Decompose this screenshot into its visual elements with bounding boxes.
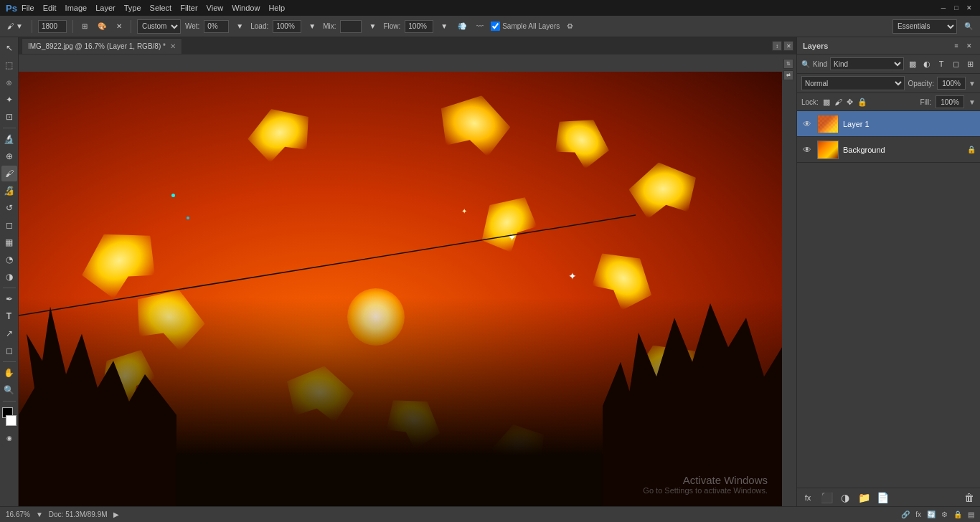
color-swatches[interactable] bbox=[1, 407, 17, 426]
dodge-tool[interactable]: ◑ bbox=[1, 269, 17, 285]
sample-all-checkbox[interactable] bbox=[491, 22, 500, 31]
layer-item-layer1[interactable]: 👁 Layer 1 bbox=[797, 111, 980, 137]
collapse-button[interactable]: ↕ bbox=[772, 41, 782, 51]
background-visibility-btn[interactable]: 👁 bbox=[801, 145, 813, 155]
kind-dropdown[interactable]: Kind bbox=[830, 57, 904, 70]
maximize-button[interactable]: □ bbox=[951, 3, 961, 13]
delete-layer-button[interactable]: 🗑 bbox=[963, 492, 976, 503]
pen-tool[interactable]: ✒ bbox=[1, 291, 17, 307]
brush-size-input[interactable] bbox=[38, 20, 67, 33]
add-mask-button[interactable]: ⬛ bbox=[820, 492, 833, 503]
pixel-filter-btn[interactable]: ▩ bbox=[907, 58, 918, 70]
brush-cancel-btn[interactable]: ✕ bbox=[113, 21, 125, 32]
blend-mode-select[interactable]: Normal bbox=[801, 76, 905, 90]
background-lock-icon: 🔒 bbox=[967, 146, 976, 153]
hand-tool[interactable]: ✋ bbox=[1, 365, 17, 381]
wet-input[interactable] bbox=[204, 20, 229, 33]
tab-close-button[interactable]: ✕ bbox=[170, 42, 176, 50]
menu-edit[interactable]: Edit bbox=[43, 4, 57, 12]
close-panel-button[interactable]: ✕ bbox=[783, 41, 793, 51]
gradient-tool[interactable]: ▦ bbox=[1, 234, 17, 250]
layer1-visibility-btn[interactable]: 👁 bbox=[801, 119, 813, 129]
quick-select-tool[interactable]: ✦ bbox=[1, 92, 17, 108]
flow-dropdown[interactable]: ▼ bbox=[438, 21, 451, 32]
quick-mask-btn[interactable]: ◉ bbox=[1, 430, 17, 446]
tool-preset-picker[interactable]: 🖌 ▼ bbox=[4, 21, 26, 32]
type-tool[interactable]: T bbox=[1, 308, 17, 324]
blur-tool[interactable]: ◔ bbox=[1, 252, 17, 267]
zoom-tool[interactable]: 🔍 bbox=[1, 382, 17, 398]
arrange-btn1[interactable]: ⇅ bbox=[783, 59, 793, 69]
status-icon2[interactable]: fx bbox=[915, 511, 921, 518]
status-arrow[interactable]: ▶ bbox=[113, 511, 119, 518]
type-filter-btn[interactable]: T bbox=[936, 58, 947, 70]
layers-close-btn[interactable]: ✕ bbox=[964, 41, 974, 51]
menu-help[interactable]: Help bbox=[268, 4, 285, 12]
brush-options-btn[interactable]: ⊞ bbox=[79, 21, 90, 32]
new-layer-button[interactable]: 📄 bbox=[876, 492, 889, 503]
lock-all-btn[interactable]: 🔒 bbox=[857, 98, 867, 107]
move-tool[interactable]: ↖ bbox=[1, 40, 17, 56]
zoom-dropdown[interactable]: ▼ bbox=[36, 511, 43, 518]
brush-tool[interactable]: 🖌 bbox=[1, 166, 17, 181]
airbrush-btn[interactable]: 💨 bbox=[455, 21, 469, 32]
mix-input[interactable] bbox=[340, 20, 362, 33]
crop-tool[interactable]: ⊡ bbox=[1, 109, 17, 125]
background-color[interactable] bbox=[6, 415, 17, 426]
status-icon1[interactable]: 🔗 bbox=[901, 511, 910, 518]
menu-type[interactable]: Type bbox=[124, 4, 141, 12]
menu-window[interactable]: Window bbox=[232, 4, 260, 12]
lasso-tool[interactable]: ⌾ bbox=[1, 75, 17, 90]
status-icon6[interactable]: ▤ bbox=[968, 511, 974, 518]
lock-transparent-btn[interactable]: ▩ bbox=[823, 98, 830, 107]
brush-mode-btn[interactable]: 🎨 bbox=[95, 21, 109, 32]
shape-filter-btn[interactable]: ◻ bbox=[950, 58, 961, 70]
menu-filter[interactable]: Filter bbox=[180, 4, 197, 12]
smart-filter-btn[interactable]: ⊞ bbox=[964, 58, 976, 70]
opacity-input[interactable] bbox=[937, 77, 966, 90]
workspace-select[interactable]: Essentials bbox=[892, 19, 957, 34]
menu-image[interactable]: Image bbox=[65, 4, 88, 12]
close-button[interactable]: ✕ bbox=[964, 3, 974, 13]
lock-position-btn[interactable]: ✥ bbox=[847, 98, 853, 107]
layers-collapse-btn[interactable]: ≡ bbox=[951, 41, 961, 51]
status-icon3[interactable]: 🔄 bbox=[927, 511, 936, 518]
arrange-btn2[interactable]: ⇄ bbox=[783, 70, 793, 80]
marquee-tool[interactable]: ⬚ bbox=[1, 57, 17, 73]
eyedropper-tool[interactable]: 🔬 bbox=[1, 131, 17, 147]
path-select-tool[interactable]: ↗ bbox=[1, 326, 17, 341]
wet-dropdown[interactable]: ▼ bbox=[233, 21, 246, 32]
healing-tool[interactable]: ⊕ bbox=[1, 148, 17, 164]
status-icon4[interactable]: ⚙ bbox=[941, 511, 948, 518]
sample-all-label[interactable]: Sample All Layers bbox=[491, 22, 560, 31]
history-brush-tool[interactable]: ↺ bbox=[1, 200, 17, 216]
menu-layer[interactable]: Layer bbox=[95, 4, 116, 12]
load-input[interactable] bbox=[273, 20, 301, 33]
fx-button[interactable]: fx bbox=[801, 493, 814, 502]
fill-dropdown[interactable]: ▼ bbox=[969, 98, 976, 106]
brush-settings-btn[interactable]: ⚙ bbox=[564, 21, 576, 32]
menu-view[interactable]: View bbox=[207, 4, 224, 12]
menu-file[interactable]: File bbox=[22, 4, 34, 12]
shape-tool[interactable]: ◻ bbox=[1, 343, 17, 359]
fill-input[interactable] bbox=[936, 95, 964, 108]
layers-collapse: ≡ ✕ bbox=[951, 41, 974, 51]
status-icon5[interactable]: 🔒 bbox=[953, 511, 962, 518]
new-group-button[interactable]: 📁 bbox=[857, 492, 870, 503]
clone-stamp-tool[interactable]: 🔏 bbox=[1, 183, 17, 199]
document-tab[interactable]: IMG_8922.jpg @ 16.7% (Layer 1, RGB/8) * … bbox=[22, 38, 182, 54]
adjust-filter-btn[interactable]: ◐ bbox=[921, 58, 933, 70]
menu-select[interactable]: Select bbox=[150, 4, 172, 12]
lock-image-btn[interactable]: 🖌 bbox=[834, 98, 842, 106]
opacity-dropdown[interactable]: ▼ bbox=[969, 80, 976, 87]
load-dropdown[interactable]: ▼ bbox=[306, 21, 319, 32]
adjustment-layer-button[interactable]: ◑ bbox=[839, 492, 852, 503]
flow-input[interactable] bbox=[405, 20, 433, 33]
layer-item-background[interactable]: 👁 Background 🔒 bbox=[797, 137, 980, 163]
workspace-search[interactable]: 🔍 bbox=[961, 21, 976, 32]
smooth-btn[interactable]: 〰 bbox=[473, 21, 486, 32]
mode-select[interactable]: Custom Normal Multiply bbox=[137, 19, 181, 34]
mix-dropdown[interactable]: ▼ bbox=[366, 21, 379, 32]
minimize-button[interactable]: ─ bbox=[938, 3, 948, 13]
eraser-tool[interactable]: ◻ bbox=[1, 217, 17, 233]
